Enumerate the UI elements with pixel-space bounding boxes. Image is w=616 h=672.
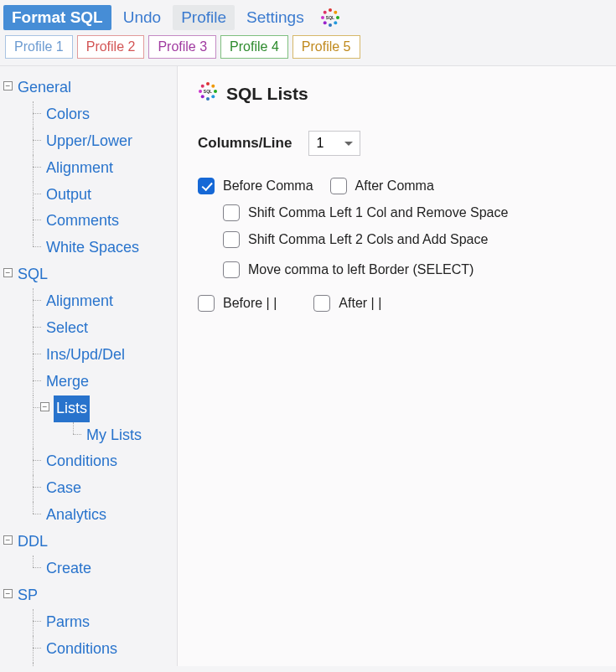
settings-button[interactable]: Settings	[238, 5, 313, 30]
tree-item-alignment[interactable]: Alignment	[44, 155, 116, 182]
tree-item-select[interactable]: Select	[44, 315, 91, 342]
svg-point-1	[334, 11, 337, 14]
svg-text:SQL: SQL	[326, 15, 334, 20]
content-panel: SQL SQL Lists Columns/Line 1 Before Comm…	[178, 66, 616, 666]
collapse-icon[interactable]: −	[3, 535, 13, 545]
tree-item-case[interactable]: Case	[44, 475, 84, 502]
svg-point-4	[329, 23, 332, 27]
tree-label-ddl[interactable]: DDL	[15, 529, 50, 556]
after-pipe-label: After | |	[339, 296, 381, 311]
svg-point-6	[321, 16, 324, 19]
before-pipe-label: Before | |	[223, 296, 277, 311]
tree-item-ins-upd-del[interactable]: Ins/Upd/Del	[44, 342, 127, 369]
move-border-checkbox[interactable]	[223, 261, 240, 278]
svg-point-2	[336, 16, 339, 19]
tree-group-sql: − SQL Alignment Select Ins/Upd/Del Merge…	[3, 261, 173, 529]
columns-per-line-select[interactable]: 1	[308, 131, 360, 156]
tree-item-parms[interactable]: Parms	[44, 609, 92, 636]
comma-side-row: Before Comma After Comma	[198, 178, 596, 194]
before-pipe-checkbox[interactable]	[198, 295, 215, 312]
tree-group-ddl: − DDL Create	[3, 529, 173, 582]
collapse-icon[interactable]: −	[40, 402, 49, 411]
profile-tab-5[interactable]: Profile 5	[292, 35, 360, 59]
profile-tab-1[interactable]: Profile 1	[5, 35, 73, 59]
after-comma-checkbox[interactable]	[330, 178, 347, 194]
collapse-icon[interactable]: −	[3, 268, 13, 277]
sql-logo-icon: SQL	[198, 81, 218, 106]
tree-item-conditions[interactable]: Conditions	[44, 448, 120, 475]
tree-item-merge[interactable]: Merge	[44, 369, 91, 395]
tree-group-general: − General Colors Upper/Lower Alignment O…	[3, 75, 173, 261]
after-comma-label: After Comma	[355, 178, 434, 194]
shift-2-label: Shift Comma Left 2 Cols and Add Space	[248, 232, 488, 247]
profile-tab-2[interactable]: Profile 2	[77, 35, 145, 59]
sidebar-tree: − General Colors Upper/Lower Alignment O…	[0, 66, 178, 666]
svg-point-3	[334, 21, 337, 24]
svg-point-10	[211, 85, 215, 88]
undo-button[interactable]: Undo	[115, 5, 169, 30]
move-border-row: Move comma to left Border (SELECT)	[198, 261, 596, 278]
tree-item-colors[interactable]: Colors	[44, 101, 92, 128]
tree-item-my-lists[interactable]: My Lists	[84, 422, 144, 449]
page-title: SQL SQL Lists	[198, 81, 596, 106]
columns-per-line-row: Columns/Line 1	[198, 131, 596, 156]
shift-1-checkbox[interactable]	[223, 204, 240, 221]
before-comma-label: Before Comma	[223, 178, 313, 194]
columns-per-line-label: Columns/Line	[198, 135, 292, 152]
svg-point-13	[206, 97, 210, 101]
profile-button[interactable]: Profile	[173, 5, 235, 30]
pipe-row: Before | | After | |	[198, 288, 596, 312]
tree-item-upper-lower[interactable]: Upper/Lower	[44, 128, 135, 155]
tree-label-sql[interactable]: SQL	[15, 261, 50, 288]
shift-1-label: Shift Comma Left 1 Col and Remove Space	[248, 205, 508, 220]
profile-tabs: Profile 1 Profile 2 Profile 3 Profile 4 …	[0, 32, 616, 66]
svg-point-16	[201, 85, 204, 88]
shift-2-row: Shift Comma Left 2 Cols and Add Space	[198, 231, 596, 248]
tree-item-sql-alignment[interactable]: Alignment	[44, 288, 116, 315]
tree-label-sp[interactable]: SP	[15, 582, 40, 609]
tree-item-lists[interactable]: Lists	[54, 395, 90, 422]
tree-label-general[interactable]: General	[15, 75, 74, 101]
profile-tab-4[interactable]: Profile 4	[220, 35, 288, 59]
tree-item-analytics[interactable]: Analytics	[44, 502, 109, 529]
svg-point-0	[329, 8, 332, 12]
svg-point-11	[214, 90, 217, 93]
tree-item-create[interactable]: Create	[44, 556, 94, 582]
collapse-icon[interactable]: −	[3, 589, 13, 598]
move-border-label: Move comma to left Border (SELECT)	[248, 262, 474, 277]
svg-point-9	[206, 82, 210, 85]
before-comma-checkbox[interactable]	[198, 178, 215, 194]
svg-point-15	[199, 90, 202, 93]
shift-2-checkbox[interactable]	[223, 231, 240, 248]
tree-group-sp: − SP Parms Conditions Variables	[3, 582, 173, 666]
collapse-icon[interactable]: −	[3, 81, 13, 90]
page-title-text: SQL Lists	[226, 84, 308, 104]
tree-item-variables[interactable]: Variables	[44, 663, 111, 666]
svg-text:SQL: SQL	[204, 89, 212, 94]
svg-point-12	[211, 95, 215, 98]
after-pipe-checkbox[interactable]	[313, 295, 330, 312]
toolbar: Format SQL Undo Profile Settings SQL	[0, 0, 616, 32]
tree-item-white-spaces[interactable]: White Spaces	[44, 235, 142, 261]
svg-point-5	[323, 21, 326, 24]
tree-item-output[interactable]: Output	[44, 182, 94, 209]
sql-logo-icon: SQL	[319, 7, 341, 28]
svg-point-14	[201, 95, 204, 98]
profile-tab-3[interactable]: Profile 3	[148, 35, 216, 59]
tree-item-comments[interactable]: Comments	[44, 208, 122, 235]
tree-item-sp-conditions[interactable]: Conditions	[44, 636, 120, 663]
format-sql-button[interactable]: Format SQL	[3, 5, 111, 30]
shift-1-row: Shift Comma Left 1 Col and Remove Space	[198, 204, 596, 221]
svg-point-7	[323, 11, 326, 14]
